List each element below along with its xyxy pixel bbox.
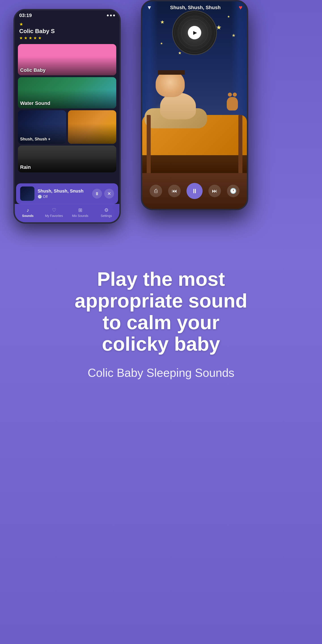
next-icon: ⏭ [212, 188, 217, 194]
close-icon: ✕ [107, 191, 111, 196]
previous-button[interactable]: ⏮ [168, 185, 181, 197]
mini-timer: 🕐 Off [38, 194, 89, 199]
pause-icon: ⏸ [192, 188, 198, 195]
timer-icon: 🕐 [230, 188, 236, 194]
crib-post [147, 115, 151, 173]
front-screen: ★ ★ ★ ★ ★ ★ ★ [142, 1, 247, 209]
status-icons [107, 14, 115, 16]
previous-icon: ⏮ [172, 188, 177, 194]
tab-label: Mix Sounds [72, 214, 88, 218]
list-item[interactable]: Water Sound [18, 77, 116, 108]
timer-button[interactable]: 🕐 [227, 185, 240, 197]
crib-post [238, 115, 242, 173]
tab-label: Sounds [22, 214, 34, 218]
tab-settings[interactable]: ⚙ Settings [93, 207, 120, 218]
star-icon: ★ [227, 15, 230, 18]
heading-line2: appropriate sound [75, 290, 248, 312]
item-overlay [68, 110, 116, 144]
phones-area: 03:19 ★ Colic Baby S ★ ★ ★ ★ ★ [0, 0, 322, 250]
list-item[interactable]: Rain [18, 146, 116, 172]
player-controls: ⎙ ⏮ ⏸ ⏭ 🕐 [142, 173, 247, 209]
mix-icon: ⊞ [78, 207, 82, 213]
item-label: Water Sound [18, 100, 52, 108]
vinyl-record: ▶ [172, 10, 217, 55]
star-icon: ★ [216, 24, 222, 31]
front-header: ▼ Shush, Shush, Shush ♥ [142, 1, 247, 14]
tab-sounds[interactable]: ♪ Sounds [15, 207, 41, 218]
heading-line3: to calm your [102, 311, 219, 334]
back-header: ★ Colic Baby S ★ ★ ★ ★ ★ [15, 20, 120, 43]
mini-thumb [20, 186, 34, 201]
pause-button[interactable]: ⏸ [186, 183, 202, 199]
item-label: Colic Baby [18, 67, 48, 75]
item-label: Rain [18, 164, 33, 172]
favorite-button[interactable]: ♥ [238, 4, 242, 11]
list-item[interactable]: Colic Baby [18, 44, 116, 75]
heading-line4: colicky baby [102, 333, 220, 355]
star-icon: ★ [178, 50, 182, 56]
header-stars: ★ ★ ★ ★ ★ [19, 36, 115, 40]
baby-area [142, 70, 247, 173]
baby-hair [158, 70, 185, 75]
star-icon: ★ [160, 19, 164, 25]
sounds-icon: ♪ [26, 207, 29, 213]
track-title: Shush, Shush, Shush [152, 5, 239, 10]
next-button[interactable]: ⏭ [208, 185, 221, 197]
heading-line1: Play the most [97, 268, 225, 290]
tab-mix[interactable]: ⊞ Mix Sounds [67, 207, 93, 218]
share-button[interactable]: ⎙ [150, 185, 162, 197]
tab-bar: ♪ Sounds ♡ My Favorites ⊞ Mix Sounds ⚙ S… [15, 204, 120, 222]
text-section: Play the most appropriate sound to calm … [0, 250, 322, 397]
status-bar: 03:19 [15, 10, 120, 20]
phone-front: ★ ★ ★ ★ ★ ★ ★ [141, 0, 248, 210]
header-star: ★ [19, 22, 115, 27]
pause-icon: ⏸ [95, 191, 99, 196]
mini-title: Shush, Shush, Snush [38, 188, 89, 194]
chevron-down-button[interactable]: ▼ [147, 4, 152, 11]
star-icon: ★ [160, 42, 163, 45]
signal-icon [107, 14, 109, 16]
share-icon: ⎙ [154, 188, 158, 194]
pause-button[interactable]: ⏸ [92, 189, 102, 198]
sub-heading: Colic Baby Sleeping Sounds [27, 366, 295, 380]
item-label: Shush, Shush + [18, 137, 53, 144]
list-item[interactable] [68, 110, 116, 144]
mini-player: Shush, Shush, Snush 🕐 Off ⏸ ✕ [16, 183, 118, 204]
sound-list: Colic Baby Water Sound Shush, Shush + [15, 43, 120, 175]
header-title: Colic Baby S [19, 28, 115, 35]
battery-icon [113, 14, 115, 16]
sound-pair: Shush, Shush + [18, 110, 116, 144]
phone-back: 03:19 ★ Colic Baby S ★ ★ ★ ★ ★ [14, 9, 121, 224]
mini-info: Shush, Shush, Snush 🕐 Off [38, 188, 89, 199]
close-button[interactable]: ✕ [104, 189, 114, 198]
teddy-bear [227, 97, 238, 110]
clock-icon: 🕐 [38, 194, 42, 199]
main-heading: Play the most appropriate sound to calm … [27, 268, 295, 355]
list-item[interactable]: Shush, Shush + [18, 110, 66, 144]
tab-label: Settings [100, 214, 112, 218]
tab-favorites[interactable]: ♡ My Favorites [41, 207, 67, 218]
background: 03:19 ★ Colic Baby S ★ ★ ★ ★ ★ [0, 0, 322, 644]
status-time: 03:19 [19, 12, 32, 18]
tab-label: My Favorites [45, 214, 63, 218]
settings-icon: ⚙ [104, 207, 109, 213]
wifi-icon [110, 14, 112, 16]
mini-controls: ⏸ ✕ [92, 189, 114, 198]
heart-icon: ♡ [52, 207, 56, 213]
